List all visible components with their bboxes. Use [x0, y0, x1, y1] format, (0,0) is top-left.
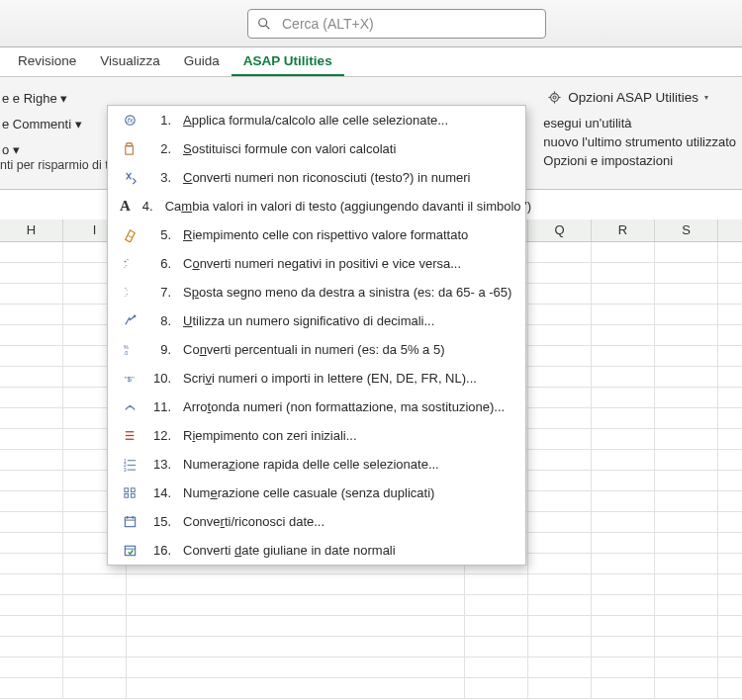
svg-text:3: 3 — [123, 468, 126, 472]
svg-rect-43 — [124, 493, 128, 497]
svg-point-0 — [259, 18, 267, 26]
menu-label: Utilizza un numero significativo di deci… — [183, 313, 434, 328]
menu-num: 3. — [151, 170, 171, 185]
tab-revisione[interactable]: Revisione — [6, 47, 88, 76]
menu-item-4[interactable]: A4.Cambia valori in valori di testo (agg… — [108, 192, 525, 220]
menu-label: Numerazione celle casuale (senza duplica… — [183, 485, 434, 500]
svg-line-1 — [266, 25, 269, 28]
svg-rect-44 — [131, 493, 135, 497]
menu-item-15[interactable]: 15.Converti/riconosci date... — [108, 507, 525, 536]
gear-icon — [546, 90, 562, 106]
options-list: esegui un'utilità nuovo l'ultimo strumen… — [537, 116, 736, 168]
menu-item-9[interactable]: %.09.Converti percentuali in numeri (es:… — [108, 335, 525, 364]
menu-label: Sostituisci formule con valori calcolati — [183, 141, 396, 156]
menu-icon-4: A — [120, 197, 131, 217]
menu-num: 11. — [151, 399, 171, 414]
ribbon-tabs: Revisione Visualizza Guida ASAP Utilitie… — [0, 47, 742, 77]
menu-icon-1: fx — [120, 111, 139, 131]
menu-icon-11 — [120, 397, 139, 417]
menu-icon-15 — [120, 512, 139, 532]
ribbon-left-stub: e e Righe ▾ e Commenti ▾ o ▾ — [0, 85, 107, 162]
numeri-date-dropdown: fx1.Applica formula/calcolo alle celle s… — [107, 105, 526, 566]
menu-label: Converti date giuliane in date normali — [183, 543, 396, 558]
menu-num: 1. — [151, 113, 171, 128]
search-icon — [256, 16, 272, 32]
menu-label: Cambia valori in valori di testo (aggiun… — [165, 199, 531, 214]
menu-item-13[interactable]: 12313.Numerazione rapida delle celle sel… — [108, 450, 525, 479]
menu-label: Converti numeri negativi in positivi e v… — [183, 256, 461, 271]
svg-rect-21 — [125, 146, 133, 154]
menu-num: 13. — [151, 457, 171, 472]
menu-label: Sposta segno meno da destra a sinistra (… — [183, 285, 511, 300]
search-placeholder: Cerca (ALT+X) — [282, 16, 374, 32]
menu-icon-12 — [120, 426, 139, 446]
svg-text:"-: "- — [125, 287, 129, 293]
menu-num: 10. — [151, 371, 171, 386]
tab-visualizza[interactable]: Visualizza — [88, 47, 172, 76]
col-h[interactable]: H — [0, 219, 63, 241]
menu-item-8[interactable]: 8.Utilizza un numero significativo di de… — [108, 306, 525, 335]
menu-num: 5. — [151, 227, 171, 242]
menu-label: Arrotonda numeri (non formattazione, ma … — [183, 399, 505, 414]
menu-item-11[interactable]: 11.Arrotonda numeri (non formattazione, … — [108, 393, 525, 421]
svg-text:+": +" — [124, 258, 129, 264]
menu-icon-5 — [120, 225, 139, 245]
menu-icon-3 — [120, 168, 139, 188]
menu-label: Converti percentuali in numeri (es: da 5… — [183, 342, 444, 357]
opzioni-asap-button[interactable]: Opzioni ASAP Utilities ▾ — [537, 85, 717, 110]
search-input[interactable]: Cerca (ALT+X) — [247, 9, 546, 39]
menu-num: 16. — [151, 543, 171, 558]
menu-num: 4. — [142, 199, 153, 214]
menu-item-1[interactable]: fx1.Applica formula/calcolo alle celle s… — [108, 106, 525, 134]
menu-icon-14 — [120, 483, 139, 503]
menu-label: Riempimento celle con rispettivo valore … — [183, 227, 468, 242]
opzioni-asap-label: Opzioni ASAP Utilities — [568, 90, 698, 105]
menu-item-10[interactable]: "$"10.Scrivi numeri o importi in lettere… — [108, 364, 525, 393]
menu-icon-9: %.0 — [120, 340, 139, 360]
menu-item-2[interactable]: 2.Sostituisci formule con valori calcola… — [108, 134, 525, 163]
svg-rect-41 — [124, 488, 128, 492]
opt-nuovo[interactable]: nuovo l'ultimo strumento utilizzato — [543, 134, 736, 149]
menu-num: 9. — [151, 342, 171, 357]
svg-rect-45 — [125, 517, 135, 526]
svg-text:.0: .0 — [124, 350, 128, 356]
menu-num: 6. — [151, 256, 171, 271]
menu-item-7[interactable]: "--"7.Sposta segno meno da destra a sini… — [108, 278, 525, 306]
menu-label: Riempimento con zeri iniziali... — [183, 428, 357, 443]
statusline: nti per risparmio di t — [0, 158, 109, 172]
opt-esegui[interactable]: esegui un'utilità — [543, 116, 736, 131]
menu-icon-2 — [120, 139, 139, 159]
menu-item-12[interactable]: 12.Riempimento con zeri iniziali... — [108, 421, 525, 450]
svg-point-27 — [133, 315, 135, 317]
menu-icon-6: +"-" — [120, 254, 139, 274]
stub-row-1[interactable]: e e Righe ▾ — [2, 85, 107, 111]
menu-item-6[interactable]: +"-"6.Converti numeri negativi in positi… — [108, 249, 525, 278]
menu-icon-13: 123 — [120, 455, 139, 475]
menu-num: 8. — [151, 313, 171, 328]
col-q[interactable]: Q — [528, 219, 592, 241]
col-r[interactable]: R — [592, 219, 655, 241]
menu-icon-10: "$" — [120, 369, 139, 389]
menu-item-14[interactable]: 14.Numerazione celle casuale (senza dupl… — [108, 479, 525, 507]
svg-line-22 — [128, 235, 132, 237]
chevron-down-icon: ▾ — [704, 93, 708, 102]
opt-opzioni[interactable]: Opzioni e impostazioni — [543, 153, 736, 168]
menu-num: 15. — [151, 514, 171, 529]
col-s[interactable]: S — [655, 219, 718, 241]
menu-item-5[interactable]: 5.Riempimento celle con rispettivo valor… — [108, 220, 525, 249]
svg-rect-42 — [131, 488, 135, 492]
menu-label: Scrivi numeri o importi in lettere (EN, … — [183, 371, 477, 386]
svg-point-13 — [553, 96, 556, 99]
stub-row-2[interactable]: e Commenti ▾ — [2, 111, 107, 136]
svg-text:-": -" — [125, 293, 129, 299]
tab-guida[interactable]: Guida — [172, 47, 232, 76]
menu-icon-8 — [120, 311, 139, 331]
menu-label: Numerazione rapida delle celle seleziona… — [183, 457, 439, 472]
menu-label: Converti/riconosci date... — [183, 514, 325, 529]
svg-point-31 — [129, 405, 131, 407]
menu-item-16[interactable]: 16.Converti date giuliane in date normal… — [108, 536, 525, 565]
svg-text:fx: fx — [127, 116, 133, 125]
tab-asap-utilities[interactable]: ASAP Utilities — [232, 47, 344, 76]
menu-num: 2. — [151, 141, 171, 156]
menu-item-3[interactable]: 3.Converti numeri non riconosciuti (test… — [108, 163, 525, 192]
